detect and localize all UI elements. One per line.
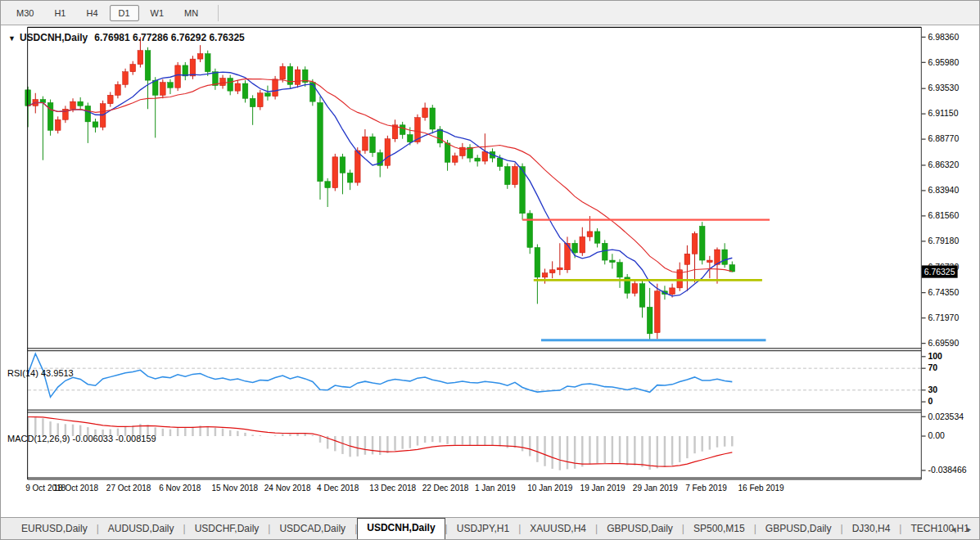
tab-scroll-left-icon[interactable]: ◄ [950,525,957,533]
tab-xauusd-h4[interactable]: XAUUSD,H4 [521,520,595,539]
chart-title: ▼USDCNH,Daily6.76981 6.77286 6.76292 6.7… [8,32,245,43]
tab-eurusd-daily[interactable]: EURUSD,Daily [12,520,97,539]
current-price-tag-value: 6.76325 [924,268,955,277]
tab-gbpusd-daily[interactable]: GBPUSD,Daily [598,520,682,539]
price-axis-label: 6.98360 [928,33,959,42]
macd-current-values: -0.006033 -0.008159 [72,434,156,443]
price-axis-label: 6.93530 [928,83,959,92]
price-axis-label: 6.69590 [928,339,959,348]
price-axis-label: 6.74350 [928,288,959,297]
price-axis-label: 6.71970 [928,313,959,322]
tab-usdcnh-daily[interactable]: USDCNH,Daily [357,518,445,539]
candle [385,136,391,169]
candle [47,100,53,136]
candle [257,90,263,110]
candle [190,56,196,79]
date-axis-label: 19 Jan 2019 [580,484,625,493]
candle [654,284,660,340]
rsi-name: RSI(14) [7,368,38,378]
candle [520,164,526,220]
symbol-dropdown-icon[interactable]: ▼ [8,34,16,43]
date-axis-label: 10 Jan 2019 [527,484,572,493]
timeframe-button-mn[interactable]: MN [175,5,207,21]
tab-audusd-daily[interactable]: AUDUSD,Daily [99,520,183,539]
chart-plot-area[interactable] [28,27,922,348]
rsi-axis-label: 100 [928,352,942,361]
candle [513,164,518,188]
macd-axis-label: -0.038466 [928,466,966,475]
tab-usdcad-daily[interactable]: USDCAD,Daily [270,520,355,539]
price-axis-label: 6.91150 [928,109,958,118]
timeframe-button-h1[interactable]: H1 [45,5,75,21]
date-axis-label: 4 Dec 2018 [317,484,359,493]
date-axis-label: 24 Nov 2018 [264,484,311,493]
macd-axis-label: 0.00 [928,431,945,440]
chart-symbol-label: USDCNH,Daily [20,32,88,43]
price-axis[interactable] [922,25,958,495]
rsi-panel[interactable] [28,351,922,410]
tab-scroll-right-icon[interactable]: ► [965,525,973,533]
price-axis-label: 6.81560 [928,211,959,220]
macd-name: MACD(12,26,9) [7,434,70,443]
date-axis-label: 15 Nov 2018 [211,484,258,493]
tab-dj30-h4[interactable]: DJ30,H4 [843,520,900,539]
price-axis-label: 6.79180 [928,236,959,245]
timeframe-toolbar: M30H1H4D1W1MN [1,1,979,25]
candle [175,62,181,91]
chart-ohlc-values: 6.76981 6.77286 6.76292 6.76325 [94,32,245,43]
trading-terminal-window: M30H1H4D1W1MN 6.983606.959806.935306.911… [0,0,980,540]
current-price-tag: 6.76325 [922,265,958,277]
chart-area: 6.983606.959806.935306.911506.887706.863… [1,25,980,519]
timeframe-button-w1[interactable]: W1 [142,5,174,21]
timeframe-button-m30[interactable]: M30 [7,5,43,21]
date-axis-label: 29 Jan 2019 [633,484,678,493]
date-axis-label: 6 Nov 2018 [159,484,201,493]
rsi-axis-label: 0 [928,397,933,406]
price-axis-label: 6.83940 [928,186,959,195]
candle [332,154,338,191]
price-axis-label: 6.88770 [928,134,959,143]
macd-indicator-label: MACD(12,26,9) -0.006033 -0.008159 [7,434,156,443]
tab-usdchf-daily[interactable]: USDCHF,Daily [186,520,269,539]
rsi-current-value: 43.9513 [41,368,74,378]
date-axis-label: 18 Oct 2018 [54,484,99,493]
candle [527,210,533,254]
candle [295,66,300,88]
date-axis-label: 27 Oct 2018 [106,484,151,493]
price-chart[interactable]: 6.983606.959806.935306.911506.887706.863… [1,25,980,519]
candle [699,222,705,264]
symbol-tab-bar: EURUSD,Daily|AUDUSD,Daily|USDCHF,Daily|U… [1,517,979,539]
date-axis-label: 13 Dec 2018 [369,484,416,493]
timeframe-button-d1[interactable]: D1 [110,5,139,21]
toolbar-divider [218,5,219,21]
rsi-axis-label: 70 [928,363,937,372]
date-axis-label: 7 Feb 2019 [685,484,727,493]
date-axis-label: 1 Jan 2019 [475,484,516,493]
price-axis-label: 6.86320 [928,160,959,169]
price-axis-label: 6.95980 [928,58,959,67]
rsi-indicator-label: RSI(14) 43.9513 [7,368,74,378]
timeframe-button-h4[interactable]: H4 [77,5,106,21]
tab-usdjpy-h1[interactable]: USDJPY,H1 [448,520,518,539]
rsi-axis-label: 30 [928,385,937,394]
date-axis-label: 22 Dec 2018 [422,484,469,493]
tab-sp500-m15[interactable]: SP500,M15 [684,520,754,539]
candle [430,105,436,133]
date-axis-label: 16 Feb 2019 [738,484,784,493]
macd-axis-label: 0.023534 [928,412,964,421]
tab-gbpusd-daily[interactable]: GBPUSD,Daily [756,520,841,539]
